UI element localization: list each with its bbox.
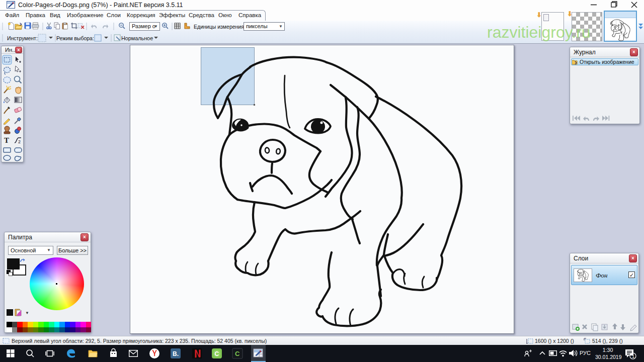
- svg-text:C: C: [235, 350, 240, 357]
- svg-text:2: 2: [18, 139, 21, 144]
- svg-text:T: T: [4, 136, 9, 144]
- svg-text:1: 1: [632, 354, 634, 359]
- svg-text:C: C: [215, 350, 219, 357]
- svg-text:B.: B.: [173, 350, 179, 357]
